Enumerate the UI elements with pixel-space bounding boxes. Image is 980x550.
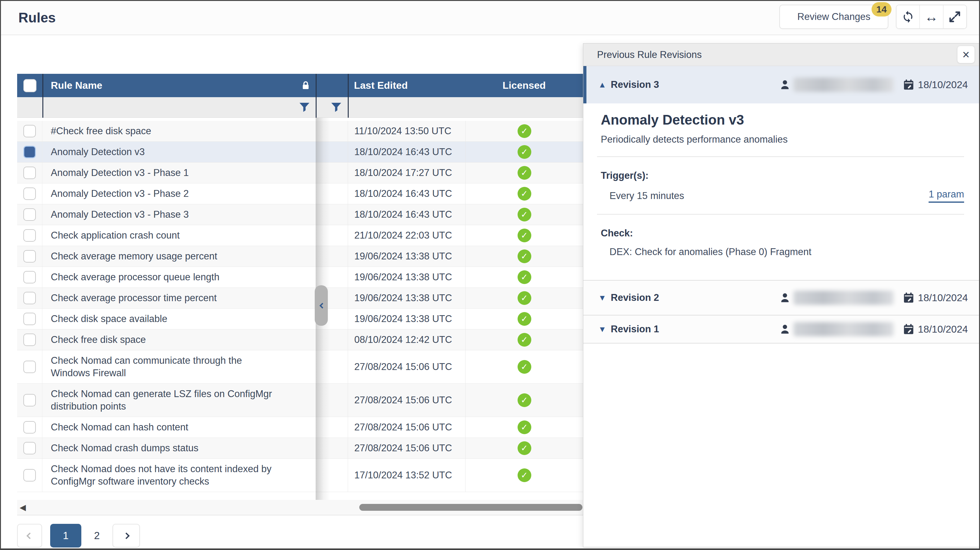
- table-row[interactable]: Check Nomad can communicate through the …: [17, 350, 583, 384]
- row-checkbox[interactable]: [23, 271, 36, 283]
- revision-row-3[interactable]: Revision 3 18/10/2024: [583, 66, 980, 103]
- table-row[interactable]: Check average processor time percent 19/…: [17, 288, 583, 308]
- row-checkbox[interactable]: [23, 442, 36, 455]
- last-edited-value: 08/10/2024 12:42 UTC: [348, 329, 465, 350]
- rule-name: Check Nomad crash dumps status: [51, 438, 199, 458]
- table-row[interactable]: Anomaly Detection v3 18/10/2024 16:43 UT…: [17, 142, 583, 162]
- column-header-last-edited[interactable]: Last Edited: [354, 80, 407, 91]
- panel-title: Previous Rule Revisions: [597, 49, 702, 60]
- table-row[interactable]: Check average processor queue length 19/…: [17, 267, 583, 288]
- page-button-1[interactable]: 1: [50, 524, 81, 547]
- row-checkbox[interactable]: [23, 146, 36, 158]
- column-divider: [42, 74, 43, 118]
- fit-width-button[interactable]: ↔: [920, 5, 943, 29]
- prev-page-button[interactable]: [17, 524, 42, 547]
- table-row[interactable]: #Check free disk space 11/10/2024 13:50 …: [17, 121, 583, 142]
- page-title: Rules: [18, 1, 56, 35]
- row-checkbox[interactable]: [23, 167, 36, 179]
- row-checkbox[interactable]: [23, 361, 36, 373]
- licensed-check-icon: ✓: [517, 420, 531, 434]
- table-row[interactable]: Check application crash count 21/10/2024…: [17, 225, 583, 246]
- table-row[interactable]: Check Nomad crash dumps status 27/08/202…: [17, 438, 583, 459]
- expand-caret-icon[interactable]: [598, 324, 609, 334]
- collapse-pane-handle[interactable]: [315, 285, 328, 326]
- redacted-user-name: [793, 322, 894, 336]
- calendar-edit-icon: [902, 78, 915, 91]
- expand-button[interactable]: [943, 5, 966, 29]
- last-edited-value: 18/10/2024 16:43 UTC: [348, 142, 465, 162]
- table-row[interactable]: Anomaly Detection v3 - Phase 3 18/10/202…: [17, 204, 583, 225]
- pagination: 1 2: [17, 523, 140, 548]
- revision-label: Revision 2: [611, 292, 659, 304]
- table-row[interactable]: Check Nomad does not have its content in…: [17, 459, 583, 492]
- revision-row-2[interactable]: Revision 2 18/10/2024: [583, 280, 980, 315]
- trigger-value: Every 15 minutes: [609, 190, 684, 202]
- frozen-pane-divider: [316, 74, 317, 118]
- user-icon: [778, 323, 791, 336]
- revision-date: 18/10/2024: [918, 79, 968, 91]
- column-header-rule-name[interactable]: Rule Name: [51, 80, 102, 91]
- review-changes-label: Review Changes: [797, 11, 870, 22]
- rule-name: Check Nomad can communicate through the …: [51, 350, 282, 383]
- review-changes-button[interactable]: Review Changes 14: [780, 5, 888, 29]
- table-row[interactable]: Anomaly Detection v3 - Phase 2 18/10/202…: [17, 183, 583, 204]
- next-page-button[interactable]: [113, 524, 140, 547]
- expand-caret-icon[interactable]: [598, 293, 609, 303]
- last-edited-value: 19/06/2024 13:38 UTC: [348, 246, 465, 267]
- expand-icon: [948, 10, 961, 23]
- horizontal-scrollbar-thumb[interactable]: [359, 504, 582, 511]
- calendar-edit-icon: [902, 323, 915, 335]
- table-filter-row: [17, 97, 583, 118]
- table-row[interactable]: Check Nomad can generate LSZ files on Co…: [17, 384, 583, 417]
- rule-name: Anomaly Detection v3: [51, 142, 145, 162]
- rule-name: Check Nomad can generate LSZ files on Co…: [51, 384, 282, 417]
- row-checkbox[interactable]: [23, 469, 36, 482]
- toolbar-button-group: ↔: [896, 5, 967, 29]
- row-checkbox[interactable]: [23, 125, 36, 137]
- table-row[interactable]: Check free disk space 08/10/2024 12:42 U…: [17, 329, 583, 350]
- horizontal-scrollbar[interactable]: [17, 500, 583, 515]
- table-row[interactable]: Anomaly Detection v3 - Phase 1 18/10/202…: [17, 162, 583, 183]
- licensed-check-icon: ✓: [517, 187, 531, 200]
- scroll-left-arrow-icon[interactable]: [20, 503, 26, 512]
- row-checkbox[interactable]: [23, 250, 36, 262]
- row-checkbox[interactable]: [23, 292, 36, 304]
- rule-name: #Check free disk space: [51, 121, 151, 141]
- licensed-check-icon: ✓: [517, 312, 531, 326]
- rule-name: Check application crash count: [51, 225, 180, 246]
- collapse-caret-icon[interactable]: [598, 80, 609, 90]
- last-edited-value: 27/08/2024 15:06 UTC: [348, 350, 465, 383]
- rule-title: Anomaly Detection v3: [601, 112, 964, 128]
- row-checkbox[interactable]: [23, 313, 36, 325]
- rule-description: Periodically detects performance anomali…: [601, 134, 964, 145]
- last-edited-value: 18/10/2024 16:43 UTC: [348, 204, 465, 225]
- refresh-icon: [902, 10, 915, 23]
- last-edited-value: 19/06/2024 13:38 UTC: [348, 288, 465, 308]
- row-checkbox[interactable]: [23, 394, 36, 407]
- column-header-licensed[interactable]: Licensed: [503, 80, 546, 91]
- table-row[interactable]: Check disk space available 19/06/2024 13…: [17, 308, 583, 329]
- row-checkbox[interactable]: [23, 229, 36, 242]
- table-row[interactable]: Check Nomad can hash content 27/08/2024 …: [17, 417, 583, 438]
- filter-icon[interactable]: [298, 101, 311, 114]
- select-all-checkbox[interactable]: [23, 79, 37, 92]
- refresh-button[interactable]: [896, 5, 920, 29]
- row-checkbox[interactable]: [23, 208, 36, 221]
- user-icon: [778, 291, 791, 304]
- revision-row-1[interactable]: Revision 1 18/10/2024: [583, 315, 980, 343]
- revision-detail: Anomaly Detection v3 Periodically detect…: [583, 103, 980, 258]
- close-panel-button[interactable]: ×: [957, 46, 975, 63]
- page-button-2[interactable]: 2: [89, 524, 104, 547]
- panel-header: Previous Rule Revisions ×: [583, 44, 980, 66]
- params-link[interactable]: 1 param: [929, 189, 964, 203]
- filter-icon[interactable]: [330, 101, 342, 114]
- rule-name: Check Nomad does not have its content in…: [51, 459, 282, 492]
- rule-name: Check Nomad can hash content: [51, 417, 188, 437]
- row-checkbox[interactable]: [23, 421, 36, 434]
- table-row[interactable]: Check average memory usage percent 19/06…: [17, 246, 583, 267]
- revision-label: Revision 1: [611, 324, 659, 335]
- row-checkbox[interactable]: [23, 188, 36, 200]
- divider: [597, 214, 964, 215]
- rule-name: Check average memory usage percent: [51, 246, 217, 267]
- row-checkbox[interactable]: [23, 334, 36, 346]
